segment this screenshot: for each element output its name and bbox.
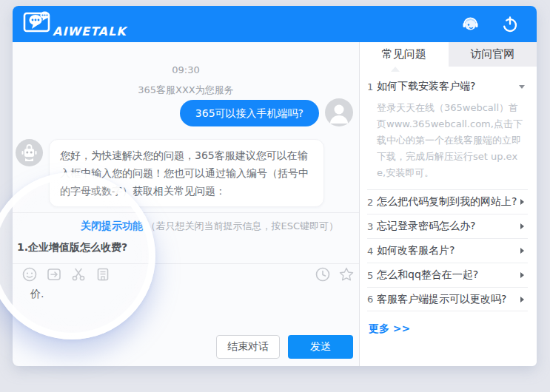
send-file-icon[interactable] xyxy=(46,266,62,283)
send-button[interactable]: 发送 xyxy=(288,335,353,359)
logo-icon xyxy=(23,10,56,39)
faq-question: 忘记登录密码怎么办? xyxy=(377,220,520,233)
chat-panel: 09:30 365客服XXX为您服务 365可以接入手机端吗? xyxy=(13,42,359,366)
power-icon[interactable] xyxy=(500,14,520,35)
caret-right-icon[interactable] xyxy=(520,297,524,303)
faq-question-row[interactable]: 1 如何下载安装客户端? xyxy=(367,72,528,95)
faq-number: 2 xyxy=(367,197,377,208)
suggestion-item[interactable]: 1.企业增值版怎么收费? xyxy=(13,241,359,254)
faq-number: 3 xyxy=(367,221,377,232)
caret-down-icon[interactable] xyxy=(519,85,525,89)
faq-number: 6 xyxy=(367,294,377,305)
faq-question: 如何下载安装客户端? xyxy=(377,80,519,93)
sidebar: 常见问题 访问官网 1 如何下载安装客户端? 登录天天在线（365webcall… xyxy=(359,42,537,366)
bot-message-row: 您好，为快速解决您的问题，365客服建议您可以在输入框中输入您的问题！您也可以通… xyxy=(16,139,324,207)
faq-number: 4 xyxy=(367,246,377,257)
favorite-star-icon[interactable] xyxy=(338,266,355,283)
sidebar-tabs: 常见问题 访问官网 xyxy=(360,42,537,67)
header-actions xyxy=(460,14,520,35)
faq-item: 1 如何下载安装客户端? 登录天天在线（365webcall）首页www.365… xyxy=(367,72,528,181)
faq-item[interactable]: 4 如何改客服名片? xyxy=(367,238,528,263)
faq-number: 5 xyxy=(367,270,377,281)
tab-website[interactable]: 访问官网 xyxy=(449,42,537,67)
faq-number: 1 xyxy=(367,81,377,92)
chat-window: AIWETALK xyxy=(13,6,537,366)
faq-question: 怎么和qq整合在一起? xyxy=(377,268,520,282)
message-input[interactable]: 价. xyxy=(30,288,178,317)
toolbar-right xyxy=(315,266,355,283)
button-row: 结束对话 发送 xyxy=(216,335,353,359)
brand-name: AIWETALK xyxy=(53,24,127,38)
faq-item[interactable]: 3 忘记登录密码怎么办? xyxy=(367,214,528,238)
bot-message-bubble: 您好，为快速解决您的问题，365客服建议您可以在输入框中输入您的问题！您也可以通… xyxy=(49,139,324,207)
faq-question: 如何改客服名片? xyxy=(377,244,520,257)
user-avatar xyxy=(325,98,353,126)
caret-right-icon[interactable] xyxy=(520,223,524,229)
bot-avatar xyxy=(16,139,43,166)
user-message-row: 365可以接入手机端吗? xyxy=(180,98,353,126)
end-chat-button[interactable]: 结束对话 xyxy=(216,335,280,359)
brand-logo: AIWETALK xyxy=(23,10,127,39)
caret-right-icon[interactable] xyxy=(520,248,524,254)
hint-bar: 关闭提示功能 （若只想关闭当前提示信息，按ESC键即可） 1.企业增值版怎么收费… xyxy=(13,212,359,264)
faq-item[interactable]: 6 客服客户端提示可以更改吗? xyxy=(367,287,528,311)
hint-note: （若只想关闭当前提示信息，按ESC键即可） xyxy=(146,220,338,232)
service-note: 365客服XXX为您服务 xyxy=(13,84,359,97)
faq-item[interactable]: 2 怎么把代码复制到我的网站上? xyxy=(367,189,528,214)
emoji-icon[interactable] xyxy=(21,266,38,283)
notes-icon[interactable] xyxy=(95,266,111,283)
tab-faq[interactable]: 常见问题 xyxy=(360,42,449,67)
faq-question: 怎么把代码复制到我的网站上? xyxy=(377,195,520,209)
faq-item[interactable]: 5 怎么和qq整合在一起? xyxy=(367,263,528,287)
header: AIWETALK xyxy=(13,6,537,42)
timestamp: 09:30 xyxy=(13,64,359,75)
active-tab-notch xyxy=(391,67,400,72)
caret-right-icon[interactable] xyxy=(520,199,524,205)
history-clock-icon[interactable] xyxy=(315,266,331,283)
faq-answer: 登录天天在线（365webcall）首页www.365webcall.com,点… xyxy=(377,100,525,181)
faq-list: 1 如何下载安装客户端? 登录天天在线（365webcall）首页www.365… xyxy=(360,67,537,336)
faq-question: 客服客户端提示可以更改吗? xyxy=(377,293,520,306)
caret-right-icon[interactable] xyxy=(520,272,524,278)
toolbar xyxy=(21,266,111,283)
robot-icon xyxy=(16,139,43,166)
screenshot-scissors-icon[interactable] xyxy=(70,266,87,283)
close-hint-link[interactable]: 关闭提示功能 xyxy=(81,220,143,232)
more-link[interactable]: 更多 >> xyxy=(369,322,410,336)
user-message-bubble: 365可以接入手机端吗? xyxy=(180,100,319,126)
person-icon xyxy=(325,98,353,126)
agent-icon[interactable] xyxy=(460,14,480,35)
